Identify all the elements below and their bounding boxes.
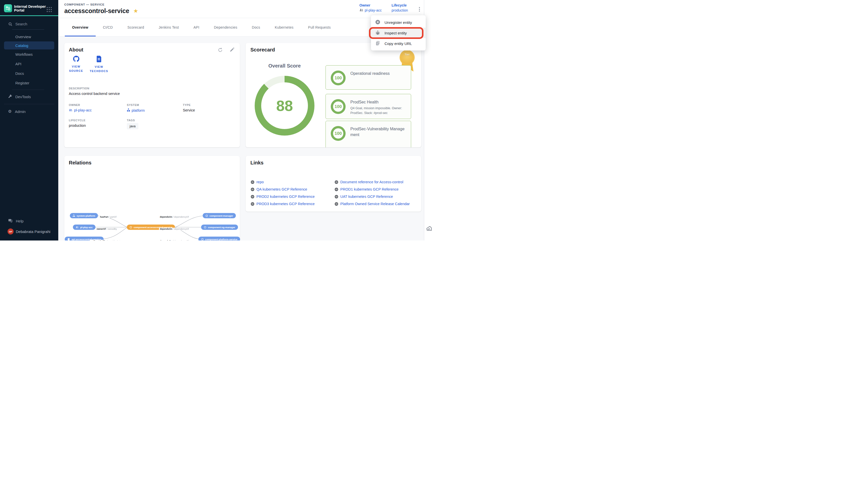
tab-kubernetes[interactable]: Kubernetes <box>268 18 301 36</box>
scorecard-item[interactable]: 100 Operational readiness <box>326 65 411 90</box>
entity-context-menu: Unregister entity Inspect entity Copy en… <box>371 15 426 51</box>
link-prod2-k8s[interactable]: PROD2 kubernetes GCP Reference <box>251 195 335 199</box>
user-profile[interactable]: DP Debabrata Panigrahi <box>0 226 58 237</box>
link-prod1-k8s[interactable]: PROD1 kubernetes GCP Reference <box>335 187 410 191</box>
group-icon <box>360 8 364 12</box>
group-icon <box>69 108 72 112</box>
relations-card: Relations system:platform <box>64 156 240 241</box>
more-options-kebab-icon[interactable] <box>416 5 423 13</box>
edge-label: hasPart / partOf <box>99 216 117 218</box>
sidebar-item-api[interactable]: API <box>0 59 58 68</box>
tab-docs[interactable]: Docs <box>245 18 268 36</box>
owner-meta: Owner pl-play-acc <box>360 3 382 12</box>
tag-chip[interactable]: java <box>127 123 138 129</box>
user-name: Debabrata Panigrahi <box>16 229 51 234</box>
links-column-right: Document reference for Access-control PR… <box>335 180 410 206</box>
edge-label: apiProvidedBy / providesApi <box>90 240 121 241</box>
relation-node-group[interactable]: pl-play-acc <box>73 225 95 230</box>
lifecycle-meta: Lifecycle production <box>392 3 408 12</box>
tab-api[interactable]: API <box>186 18 207 36</box>
description-label: DESCRIPTION <box>69 87 120 90</box>
sidebar: Internal Developer Portal Search Overvie… <box>0 0 58 241</box>
entity-header: COMPONENT — SERVICE accesscontrol-servic… <box>58 0 424 18</box>
relation-node-component[interactable]: component:platform-service <box>198 237 240 241</box>
link-qa-k8s[interactable]: QA kubernetes GCP Reference <box>251 187 335 191</box>
description-value: Access control backend service <box>69 92 120 96</box>
links-column-left: repo QA kubernetes GCP Reference PROD2 k… <box>251 180 335 206</box>
about-card: About <box>64 43 240 147</box>
sidebar-accent-bar <box>0 15 58 16</box>
gear-icon: ⚙ <box>8 109 11 114</box>
search-icon <box>8 22 12 27</box>
tab-scorecard[interactable]: Scorecard <box>120 18 151 36</box>
lifecycle-field: LIFECYCLE production <box>69 119 127 129</box>
sidebar-item-register[interactable]: Register <box>0 78 58 88</box>
link-uat-k8s[interactable]: UAT kubernetes GCP Reference <box>335 195 410 199</box>
scorecard-item[interactable]: 100 ProdSec-Vulnerability Management <box>326 121 411 147</box>
sidebar-item-workflows[interactable]: Workflows <box>0 50 58 59</box>
feedback-chat-icon[interactable] <box>426 225 433 233</box>
sidebar-footer: ? Help DP Debabrata Panigrahi <box>0 216 58 237</box>
links-card: Links repo QA kubernetes GCP Reference <box>246 156 421 212</box>
link-prod3-k8s[interactable]: PROD3 kubernetes GCP Reference <box>251 202 335 206</box>
page-title: accesscontrol-service <box>64 7 129 14</box>
tags-field: TAGS java <box>127 119 183 129</box>
edit-pencil-icon[interactable] <box>229 47 234 53</box>
tab-jenkins-test[interactable]: Jenkins Test <box>151 18 186 36</box>
view-source-button[interactable]: VIEW SOURCE <box>65 56 87 73</box>
sidebar-item-docs[interactable]: Docs <box>0 68 58 78</box>
sidebar-nav: Overview Catalog Workflows API Docs Regi… <box>0 32 58 116</box>
tab-pull-requests[interactable]: Pull Requests <box>301 18 338 36</box>
score-ring: 100 <box>331 70 346 85</box>
content-area: About <box>58 37 424 241</box>
link-repo[interactable]: repo <box>251 180 335 184</box>
main-area: COMPONENT — SERVICE accesscontrol-servic… <box>58 0 424 241</box>
tab-overview[interactable]: Overview <box>65 18 96 36</box>
relation-node-component[interactable]: component:ng-manager <box>201 225 238 230</box>
sidebar-item-help[interactable]: ? Help <box>0 216 58 226</box>
tab-dependencies[interactable]: Dependencies <box>207 18 245 36</box>
copy-icon <box>375 41 380 46</box>
links-title: Links <box>250 160 264 166</box>
sidebar-item-admin[interactable]: ⚙ Admin <box>0 107 58 116</box>
system-value-link[interactable]: platform <box>127 108 183 113</box>
bug-icon <box>375 30 380 36</box>
refresh-icon[interactable] <box>218 47 223 53</box>
menu-item-inspect-entity[interactable]: Inspect entity <box>371 28 426 38</box>
edge-label: dependsOn / dependencyOf <box>159 240 190 241</box>
sidebar-search[interactable]: Search <box>15 22 27 26</box>
scorecard-title: Scorecard <box>250 47 275 53</box>
help-chat-icon: ? <box>8 218 12 224</box>
wrench-icon <box>8 94 12 99</box>
page: Internal Developer Portal Search Overvie… <box>0 0 434 241</box>
relation-node-system[interactable]: system:platform <box>70 213 98 218</box>
lifecycle-value: production <box>392 8 408 12</box>
edge-label: ownerOf / ownedBy <box>96 228 118 230</box>
user-avatar: DP <box>7 228 13 234</box>
favorite-star-icon[interactable]: ★ <box>133 8 138 14</box>
scorecard-item[interactable]: 100 ProdSec Health Q4 Goal, mission impo… <box>326 94 411 119</box>
github-icon <box>73 56 80 63</box>
owner-value-link[interactable]: pl-play-acc <box>69 108 127 112</box>
sidebar-item-catalog[interactable]: Catalog <box>4 41 54 50</box>
owner-label: Owner <box>360 3 382 7</box>
app-title: Internal Developer Portal <box>14 5 46 12</box>
svg-text:?: ? <box>9 219 10 221</box>
menu-item-unregister-entity[interactable]: Unregister entity <box>371 17 426 28</box>
type-field: TYPE Service <box>183 103 233 113</box>
link-doc-reference[interactable]: Document reference for Access-control <box>335 180 410 184</box>
apps-grid-icon[interactable] <box>46 7 52 12</box>
sidebar-item-overview[interactable]: Overview <box>0 32 58 41</box>
tab-cicd[interactable]: CI/CD <box>96 18 120 36</box>
sidebar-item-devtools[interactable]: DevTools <box>0 92 58 101</box>
menu-item-copy-entity-url[interactable]: Copy entity URL <box>371 38 426 49</box>
cancel-circle-icon <box>375 20 380 25</box>
score-ring: 100 <box>331 126 346 141</box>
view-techdocs-button[interactable]: VIEW TECHDOCS <box>88 56 110 73</box>
owner-link[interactable]: pl-play-acc <box>360 8 382 12</box>
entity-kind-breadcrumb: COMPONENT — SERVICE <box>64 3 104 6</box>
relation-node-component[interactable]: component:manager <box>203 213 236 218</box>
link-release-calendar[interactable]: Platform Owned Service Release Calendar <box>335 202 410 206</box>
description-field: DESCRIPTION Access control backend servi… <box>69 87 120 96</box>
sidebar-header: Internal Developer Portal <box>0 0 58 15</box>
